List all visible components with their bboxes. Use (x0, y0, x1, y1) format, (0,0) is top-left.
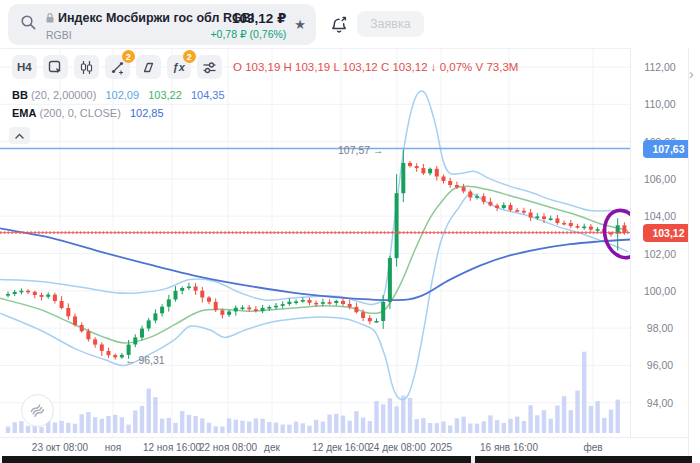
ema-name: EMA (12, 107, 36, 119)
time-axis-label: ноя (105, 442, 122, 453)
drawing-count-badge: 2 (122, 50, 135, 63)
time-axis-label: дек (264, 442, 280, 453)
time-axis-label: 24 дек 08:00 (368, 442, 425, 453)
candles-icon (79, 60, 94, 75)
time-axis[interactable]: 23 окт 08:00ноя12 ноя 16:0022 ноя 08:00д… (0, 437, 700, 456)
bottom-bar (2, 456, 692, 463)
time-axis-label: фев (583, 442, 602, 453)
ema-legend[interactable]: EMA (200, 0, CLOSE) 102,85 (12, 107, 164, 119)
ema-value: 102,85 (130, 107, 164, 119)
bb-upper-band (0, 91, 628, 305)
header: Индекс Мосбиржи гос обл RGBI RGBI 103,12… (0, 0, 700, 48)
candles-type-button[interactable] (74, 55, 99, 79)
bb-basis-line (0, 186, 628, 343)
low-price-note: ← 96,31 (125, 354, 165, 366)
chart-style-button[interactable] (43, 55, 68, 79)
indicators-count-badge: 2 (183, 50, 196, 63)
price-axis-label: 94,00 (631, 397, 689, 409)
high-price-note: 107,57 → (338, 144, 384, 156)
bb-lower-value: 102,09 (105, 89, 139, 101)
chevron-up-icon (15, 133, 24, 139)
wave-logo-icon (28, 401, 47, 420)
bb-params: (20, 2,00000) (31, 89, 96, 101)
fx-icon: ƒx (173, 61, 185, 73)
timeframe-button[interactable]: H4 (12, 55, 37, 79)
price-axis-label: 112,00 (631, 61, 689, 73)
alert-price-badge: 107,63 (643, 140, 694, 158)
broker-logo (21, 394, 54, 427)
instrument-symbol: RGBI (46, 29, 210, 41)
time-axis-label: 16 янв 16:00 (480, 442, 538, 453)
right-panel-strip (688, 48, 700, 456)
time-axis-label: 12 дек 16:00 (312, 442, 369, 453)
price-axis-label: 104,00 (631, 210, 689, 222)
price-axis-label: 98,00 (631, 322, 689, 334)
trading-app: Индекс Мосбиржи гос обл RGBI RGBI 103,12… (0, 0, 700, 463)
price-block: 103,12 ₽ +0,78 ₽ (0,76%) (210, 10, 286, 40)
last-price-badge: 103,12 (643, 224, 694, 242)
instrument-change: +0,78 ₽ (0,76%) (210, 28, 286, 40)
expand-panel-chevron[interactable]: › (689, 66, 694, 82)
frame-cursor-icon (48, 60, 63, 75)
instrument-info: Индекс Мосбиржи гос обл RGBI RGBI (46, 9, 210, 41)
price-axis-label: 106,00 (631, 173, 689, 185)
time-axis-label: 22 ноя 08:00 (199, 442, 257, 453)
bell-icon (329, 15, 350, 36)
price-axis-label: 102,00 (631, 248, 689, 260)
instrument-price: 103,12 ₽ (210, 10, 286, 26)
shape-tool-button[interactable] (136, 55, 161, 79)
collapse-indicators-button[interactable] (9, 127, 30, 144)
indicators-button[interactable]: ƒx 2 (167, 55, 191, 79)
bb-name: BB (12, 89, 28, 101)
order-button[interactable]: Заявка (357, 11, 424, 37)
volume-bars (6, 352, 620, 433)
bottom-bar-notch (471, 456, 475, 463)
bb-upper-value: 104,35 (191, 89, 225, 101)
sliders-icon (202, 60, 217, 75)
favorite-star-icon[interactable]: ★ (294, 18, 306, 31)
instrument-selector[interactable]: Индекс Мосбиржи гос обл RGBI RGBI 103,12… (8, 4, 316, 45)
alert-bell-button[interactable] (326, 12, 352, 38)
price-axis-label: 96,00 (631, 359, 689, 371)
time-axis-label: 12 ноя 16:00 (143, 442, 201, 453)
price-axis-label: 100,00 (631, 285, 689, 297)
time-axis-label: 2025 (430, 442, 452, 453)
price-axis[interactable]: 112,00110,00108,00106,00104,00102,00100,… (630, 48, 688, 437)
bb-legend[interactable]: BB (20, 2,00000) 102,09 103,22 104,35 (12, 89, 225, 101)
trend-line-icon (110, 60, 125, 75)
search-icon (20, 14, 37, 35)
time-axis-label: 23 окт 08:00 (32, 442, 88, 453)
chart-settings-button[interactable] (197, 55, 222, 79)
lock-icon (46, 9, 54, 27)
price-axis-label: 110,00 (631, 98, 689, 110)
ema-params: (200, 0, CLOSE) (40, 107, 121, 119)
chart-toolbar: H4 2 ƒx 2 (12, 55, 222, 79)
bb-basis-value: 103,22 (148, 89, 182, 101)
ohlc-readout: O 103,19 H 103,19 L 103,12 C 103,12 ↓ 0,… (233, 61, 518, 73)
drawing-tools-button[interactable]: 2 (105, 55, 130, 79)
parallelogram-icon (141, 60, 156, 75)
